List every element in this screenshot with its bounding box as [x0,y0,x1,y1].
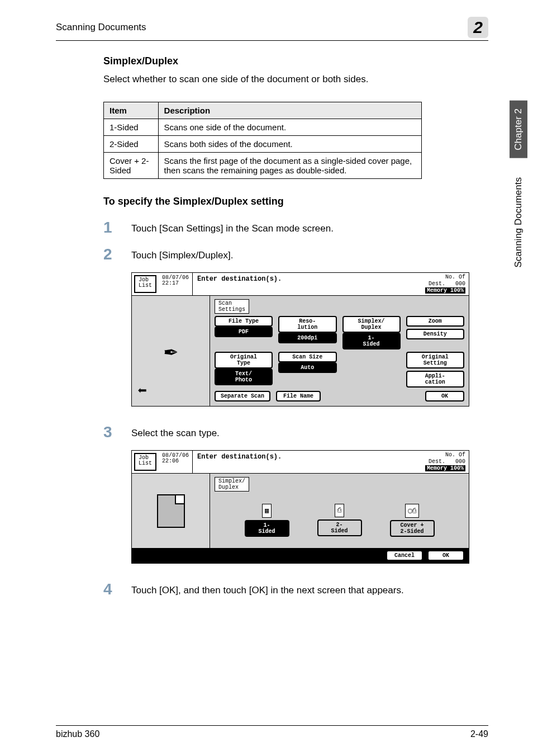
cover-two-sided-option[interactable]: Cover + 2-Sided [390,520,435,537]
one-sided-option[interactable]: 1- Sided [245,520,289,537]
ok-button[interactable]: OK [425,391,464,401]
file-type-value: PDF [215,327,273,337]
chapter-badge: 2 [468,17,488,38]
step-number: 4 [103,580,131,598]
two-sided-icon: ⎙ [335,504,344,517]
running-header: Scanning Documents [56,22,146,33]
footer-product: bizhub 360 [56,729,99,739]
step-number: 1 [103,219,131,237]
original-setting-button[interactable]: Original Setting [406,352,464,368]
application-button[interactable]: Appli- cation [406,371,464,388]
cover-two-sided-icon: ▢⎙ [405,504,418,518]
density-button[interactable]: Density [406,329,464,339]
arrow-left-icon: ⬅ [137,381,147,400]
job-list-button[interactable]: Job List [134,453,156,471]
cell: 2-Sided [104,136,159,153]
file-type-button[interactable]: File Type [215,316,273,327]
one-sided-icon: ▦ [262,504,272,518]
two-sided-option[interactable]: 2- Sided [317,519,362,536]
step-number: 2 [103,245,131,263]
step-text: Touch [Scan Settings] in the Scan mode s… [131,219,334,234]
ok-button[interactable]: OK [427,550,464,561]
timestamp: 08/07/06 22:06 [159,451,193,473]
timestamp: 08/07/06 22:17 [159,273,193,295]
side-tab-chapter: Chapter 2 [510,101,527,158]
table-head-item: Item [104,102,159,119]
memory-status: Memory 100% [425,465,465,471]
original-type-button[interactable]: Original Type [215,352,273,368]
footer-page: 2-49 [470,729,488,739]
separate-scan-button[interactable]: Separate Scan [215,391,270,401]
dest-count: 000 [455,459,465,465]
screenshot-simplex-duplex: Job List 08/07/06 22:06 Enter destinatio… [131,450,469,564]
document-icon [157,494,185,528]
zoom-button[interactable]: Zoom [406,316,464,327]
table-row: 2-Sided Scans both sides of the document… [104,136,422,153]
step-text: Touch [Simplex/Duplex]. [131,245,233,261]
scan-settings-tab[interactable]: Scan Settings [215,299,249,314]
cell: Scans the first page of the document as … [158,153,421,179]
simplex-duplex-table: Item Description 1-Sided Scans one side … [103,102,422,179]
cell: 1-Sided [104,119,159,136]
cell: Scans both sides of the document. [158,136,421,153]
resolution-value: 200dpi [278,333,336,343]
step-text: Select the scan type. [131,423,220,439]
cell: Scans one side of the document. [158,119,421,136]
feather-icon: ✒ [164,337,177,365]
cancel-button[interactable]: Cancel [386,550,423,561]
table-row: 1-Sided Scans one side of the document. [104,119,422,136]
memory-status: Memory 100% [425,287,465,294]
table-row: Cover + 2-Sided Scans the first page of … [104,153,422,179]
procedure-title: To specify the Simplex/Duplex setting [103,196,488,207]
preview-area: ✒ ⬅ [132,296,210,406]
enter-destination-label: Enter destination(s). [193,451,422,473]
scan-size-button[interactable]: Scan Size [278,352,336,362]
job-list-button[interactable]: Job List [134,275,156,293]
scan-size-value: Auto [278,362,336,373]
file-name-button[interactable]: File Name [276,391,321,401]
cell: Cover + 2-Sided [104,153,159,179]
enter-destination-label: Enter destination(s). [193,273,422,295]
simplex-duplex-tab[interactable]: Simplex/ Duplex [215,477,249,492]
resolution-button[interactable]: Reso- lution [278,316,336,333]
preview-area [132,474,210,548]
table-head-desc: Description [158,102,421,119]
simplex-duplex-value: 1- Sided [342,333,401,349]
step-text: Touch [OK], and then touch [OK] in the n… [131,580,404,596]
side-tab-section: Scanning Documents [510,169,527,276]
screenshot-scan-settings: Job List 08/07/06 22:17 Enter destinatio… [131,272,469,407]
simplex-duplex-button[interactable]: Simplex/ Duplex [342,316,401,333]
dest-count: 000 [455,281,465,287]
section-title: Simplex/Duplex [103,55,488,67]
original-type-value: Text/ Photo [215,368,273,385]
section-intro: Select whether to scan one side of the d… [103,74,488,85]
step-number: 3 [103,423,131,441]
